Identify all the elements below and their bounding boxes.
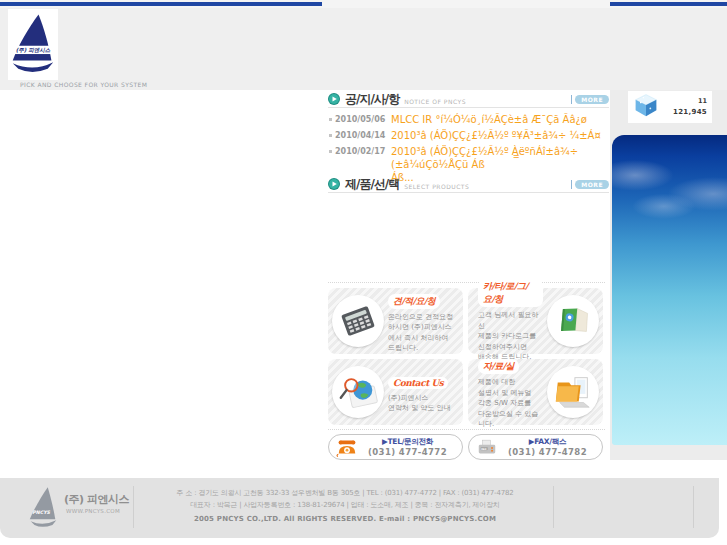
tagline: PICK AND CHOOSE FOR YOUR SYSTEM — [20, 81, 147, 88]
footer-registration-line: 대표자 : 박복근 | 사업자등록번호 : 138-81-29674 | 업태 … — [140, 500, 550, 512]
footer-divider — [133, 486, 134, 528]
visitor-counter: 11 121,945 — [628, 91, 712, 123]
footer-divider — [553, 486, 554, 528]
card-body: 제품에 대한 설명서 및 메뉴얼 각종 S/W 자료를 다운받으실 수 있습니다… — [478, 377, 543, 430]
notice-link[interactable]: MLCC IR °í¼Ó¼ö¸í½ÃÇè±â Æ¯Çã Ãâ¿ø — [385, 113, 609, 126]
footer-sailboat-icon: PNCYS — [26, 484, 60, 534]
notice-date: 2010/04/14 — [335, 129, 385, 142]
products-section: 제/품/선/택 SELECT PRODUCTS MORE — [328, 176, 609, 193]
notice-more-button[interactable]: MORE — [571, 95, 609, 104]
svg-text:FAX: FAX — [481, 448, 486, 451]
notice-item: 2010/04/14 2010³â (ÁÖ)ÇÇ¿£½Ã½º º¥Ã³±â¾÷ … — [328, 129, 609, 142]
fax-icon: FAX — [475, 437, 499, 457]
products-subtitle: SELECT PRODUCTS — [404, 183, 469, 190]
globe-magnifier-icon — [332, 366, 384, 418]
calculator-icon — [332, 295, 384, 347]
download-folder-icon — [547, 366, 599, 418]
footer-logo-text: PNCYS — [32, 510, 50, 515]
more-label: MORE — [575, 95, 609, 104]
products-title: 제/품/선/택 — [345, 176, 399, 193]
notice-section: 공/지/사/항 NOTICE OF PNCYS MORE 2010/05/06 … — [328, 91, 609, 187]
more-label: MORE — [575, 180, 609, 189]
fax-bar: FAX ▶FAX/팩스 (031) 477-4782 — [468, 434, 603, 460]
tel-bar: ▶TEL/문의전화 (031) 477-4772 — [328, 434, 463, 460]
page: (주) 피엔시스 PICK AND CHOOSE FOR YOUR SYSTEM… — [0, 0, 727, 545]
footer-company-name: (주) 피엔시스 — [64, 492, 129, 507]
notice-subtitle: NOTICE OF PNCYS — [404, 98, 466, 105]
card-downloads[interactable]: 자/료/실 제품에 대한 설명서 및 메뉴얼 각종 S/W 자료를 다운받으실 … — [468, 359, 603, 425]
logo-text: (주) 피엔시스 — [16, 47, 51, 53]
quick-menu: 견/적/요/청 온라인으로 견적요청 하시면 (주)피엔시스 에서 즉시 처리하… — [328, 282, 605, 460]
products-more-button[interactable]: MORE — [571, 180, 609, 189]
more-divider — [571, 95, 572, 104]
section-bullet-icon — [328, 175, 340, 194]
card-body: (주)피엔시스 연락처 및 약도 안내 — [388, 393, 455, 414]
ice-cube-icon — [633, 91, 659, 123]
notice-title: 공/지/사/항 — [345, 91, 399, 108]
card-catalog-request[interactable]: 카/타/로/그/요/청 고객 님께서 필요하신 제품의 카다로그를 신청하여주시… — [468, 288, 603, 354]
top-accent-line-left — [0, 2, 322, 6]
products-header: 제/품/선/택 SELECT PRODUCTS MORE — [328, 176, 609, 193]
today-count: 11 — [659, 97, 707, 107]
footer-address-line: 주 소 : 경기도 의왕시 고천동 332-33 성우벤처빌 B동 305호 |… — [140, 488, 550, 500]
company-logo[interactable]: (주) 피엔시스 — [8, 9, 58, 80]
fax-number: (031) 477-4782 — [499, 447, 596, 457]
notice-header: 공/지/사/항 NOTICE OF PNCYS MORE — [328, 91, 609, 108]
card-title: 자/료/실 — [478, 359, 519, 374]
more-divider — [571, 180, 572, 189]
catalog-book-icon — [547, 295, 599, 347]
bullet-icon — [329, 134, 332, 137]
header-band: (주) 피엔시스 PICK AND CHOOSE FOR YOUR SYSTEM — [0, 8, 727, 90]
sailboat-logo-icon: (주) 피엔시스 — [10, 11, 56, 79]
card-title: 견/적/요/청 — [388, 294, 440, 309]
notice-item: 2010/05/06 MLCC IR °í¼Ó¼ö¸í½ÃÇè±â Æ¯Çã Ã… — [328, 113, 609, 126]
notice-list: 2010/05/06 MLCC IR °í¼Ó¼ö¸í½ÃÇè±â Æ¯Çã Ã… — [328, 108, 609, 184]
bullet-icon — [329, 118, 332, 121]
card-title: Contact Us — [388, 377, 448, 389]
fax-label: ▶FAX/팩스 — [499, 437, 596, 447]
footer: PNCYS (주) 피엔시스 WWW.PNCYS.COM 주 소 : 경기도 의… — [0, 478, 719, 538]
footer-divider — [693, 486, 694, 528]
sky-banner — [612, 135, 727, 445]
contact-bars: ▶TEL/문의전화 (031) 477-4772 FAX ▶F — [328, 429, 605, 460]
telephone-icon — [335, 437, 359, 457]
footer-website: WWW.PNCYS.COM — [66, 508, 120, 514]
bullet-icon — [329, 150, 332, 153]
section-bullet-icon — [328, 90, 340, 109]
notice-link[interactable]: 2010³â (ÁÖ)ÇÇ¿£½Ã½º º¥Ã³±â¾÷ ¼±Á¤ — [385, 129, 609, 142]
card-body: 온라인으로 견적요청 하시면 (주)피엔시스 에서 즉시 처리하여 드립니다. — [388, 312, 455, 354]
top-accent-line-right — [610, 2, 727, 6]
card-contact-us[interactable]: Contact Us (주)피엔시스 연락처 및 약도 안내 — [328, 359, 463, 425]
card-quote-request[interactable]: 견/적/요/청 온라인으로 견적요청 하시면 (주)피엔시스 에서 즉시 처리하… — [328, 288, 463, 354]
footer-info: 주 소 : 경기도 의왕시 고천동 332-33 성우벤처빌 B동 305호 |… — [140, 488, 550, 523]
card-title: 카/타/로/그/요/청 — [478, 279, 543, 307]
notice-date: 2010/05/06 — [335, 113, 385, 126]
tel-label: ▶TEL/문의전화 — [359, 437, 456, 447]
tel-number: (031) 477-4772 — [359, 447, 456, 457]
footer-copyright-line: 2005 PNCYS CO.,LTD. All RIGHTS RESERVED.… — [140, 515, 550, 523]
total-count: 121,945 — [659, 107, 707, 118]
